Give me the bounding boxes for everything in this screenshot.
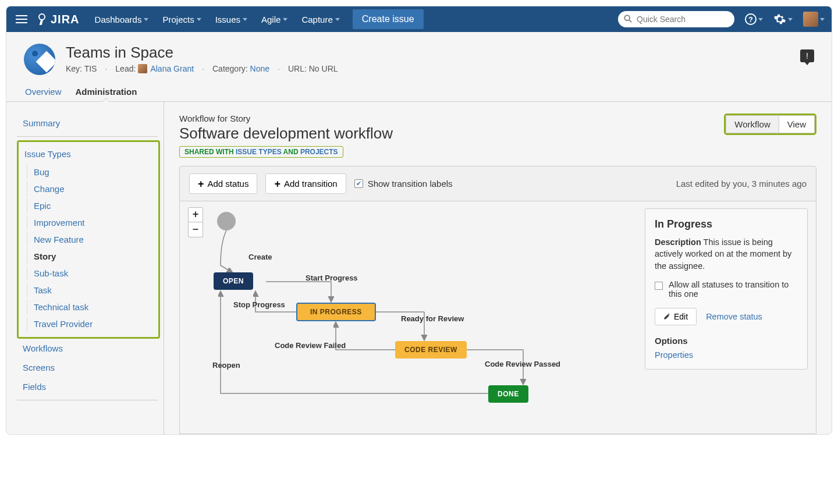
chevron-down-icon [144, 18, 148, 21]
transition-ready-label: Ready for Review [401, 314, 464, 323]
top-navigation: JIRA Dashboards Projects Issues Agile Ca… [6, 6, 832, 32]
transition-create-label: Create [248, 253, 272, 261]
view-toggle-workflow[interactable]: Workflow [726, 115, 779, 133]
feedback-icon[interactable]: ! [800, 49, 814, 62]
start-node[interactable] [217, 212, 236, 230]
shared-projects-link[interactable]: PROJECTS [300, 148, 338, 156]
nav-agile[interactable]: Agile [255, 6, 293, 32]
chevron-down-icon [820, 18, 825, 21]
workflow-canvas[interactable]: + – [179, 201, 816, 434]
plus-icon: + [198, 180, 204, 188]
menu-icon[interactable] [13, 11, 30, 27]
checkbox-icon [655, 282, 663, 290]
shared-badge: SHARED WITH ISSUE TYPES AND PROJECTS [179, 146, 343, 158]
sidebar: Summary Issue Types Bug Change Epic Impr… [6, 102, 164, 434]
edit-status-button[interactable]: Edit [655, 308, 697, 325]
tab-overview[interactable]: Overview [24, 82, 63, 101]
sidebar-item-travel-provider[interactable]: Travel Provider [19, 315, 158, 332]
chevron-down-icon [243, 18, 247, 21]
view-toggle-view[interactable]: View [779, 115, 815, 133]
gear-icon [773, 13, 786, 26]
sidebar-item-task[interactable]: Task [19, 282, 158, 299]
options-heading: Options [655, 336, 798, 346]
sidebar-item-change[interactable]: Change [19, 180, 158, 197]
sidebar-item-story[interactable]: Story [19, 248, 158, 265]
checkbox-icon: ✔ [354, 179, 363, 188]
sidebar-item-bug[interactable]: Bug [19, 164, 158, 180]
main-content: Workflow for Story Software development … [164, 102, 832, 434]
transition-passed-label: Code Review Passed [485, 360, 560, 368]
issue-types-highlight: Issue Types Bug Change Epic Improvement … [17, 140, 160, 339]
chevron-down-icon [335, 18, 340, 21]
project-header: Teams in Space Key: TIS · Lead: Alana Gr… [6, 32, 832, 82]
details-title: In Progress [655, 218, 798, 230]
add-status-button[interactable]: +Add status [189, 173, 257, 194]
avatar [803, 12, 818, 27]
status-details-panel: In Progress Description This issue is be… [645, 208, 808, 370]
status-done[interactable]: DONE [488, 385, 528, 403]
nav-capture[interactable]: Capture [296, 6, 345, 32]
svg-point-0 [624, 15, 630, 20]
lead-avatar [138, 64, 147, 73]
chevron-down-icon [283, 18, 287, 21]
help-menu[interactable]: ? [745, 13, 763, 25]
nav-dashboards[interactable]: Dashboards [89, 6, 155, 32]
settings-menu[interactable] [773, 13, 793, 26]
pencil-icon [663, 313, 670, 320]
project-icon [24, 44, 55, 75]
nav-projects[interactable]: Projects [157, 6, 207, 32]
sidebar-item-sub-task[interactable]: Sub-task [19, 265, 158, 282]
project-title: Teams in Space [66, 44, 338, 62]
jira-logo[interactable]: JIRA [35, 13, 80, 26]
sidebar-issue-types[interactable]: Issue Types [19, 144, 158, 164]
tab-administration[interactable]: Administration [74, 82, 139, 101]
project-meta: Key: TIS · Lead: Alana Grant · Category:… [66, 64, 338, 73]
search-wrap [618, 11, 734, 27]
logo-text: JIRA [51, 13, 80, 26]
create-issue-button[interactable]: Create issue [353, 9, 424, 29]
transition-reopen-label: Reopen [212, 361, 240, 370]
search-input[interactable] [618, 11, 734, 27]
svg-line-1 [630, 20, 632, 23]
chevron-down-icon [758, 18, 763, 21]
workflow-breadcrumb: Workflow for Story [179, 113, 816, 123]
transition-stop-label: Stop Progress [233, 300, 285, 309]
sidebar-fields[interactable]: Fields [17, 377, 164, 396]
status-open[interactable]: OPEN [214, 272, 253, 290]
sidebar-item-technical-task[interactable]: Technical task [19, 299, 158, 315]
sidebar-workflows[interactable]: Workflows [17, 339, 164, 358]
workflow-title: Software development workflow [179, 125, 816, 143]
last-edited-label: Last edited by you, 3 minutes ago [676, 179, 807, 189]
status-code-review[interactable]: CODE REVIEW [395, 341, 467, 359]
transition-failed-label: Code Review Failed [275, 341, 346, 350]
view-toggle-highlight: Workflow View [724, 113, 816, 135]
chevron-down-icon [197, 18, 201, 21]
show-transition-labels-toggle[interactable]: ✔ Show transition labels [354, 179, 453, 189]
remove-status-link[interactable]: Remove status [706, 312, 762, 321]
allow-all-transitions-toggle[interactable]: Allow all statuses to transition to this… [655, 280, 798, 299]
sidebar-item-new-feature[interactable]: New Feature [19, 231, 158, 248]
add-transition-button[interactable]: +Add transition [265, 173, 346, 194]
logo-icon [35, 13, 47, 25]
plus-icon: + [274, 180, 280, 188]
details-description: Description This issue is being actively… [655, 236, 798, 272]
properties-link[interactable]: Properties [655, 350, 798, 360]
workflow-toolbar: +Add status +Add transition ✔ Show trans… [179, 166, 816, 201]
status-in-progress[interactable]: IN PROGRESS [296, 303, 376, 321]
project-tabs: Overview Administration [6, 82, 832, 102]
help-icon: ? [745, 13, 757, 25]
transition-start-label: Start Progress [306, 274, 358, 282]
chevron-down-icon [788, 18, 793, 21]
sidebar-summary[interactable]: Summary [17, 113, 164, 133]
sidebar-screens[interactable]: Screens [17, 358, 164, 377]
category-link[interactable]: None [250, 64, 269, 73]
shared-issue-types-link[interactable]: ISSUE TYPES [236, 148, 282, 156]
lead-link[interactable]: Alana Grant [150, 64, 194, 73]
search-icon [624, 15, 632, 23]
nav-issues[interactable]: Issues [210, 6, 253, 32]
sidebar-item-improvement[interactable]: Improvement [19, 214, 158, 231]
profile-menu[interactable] [803, 12, 825, 27]
sidebar-item-epic[interactable]: Epic [19, 197, 158, 214]
